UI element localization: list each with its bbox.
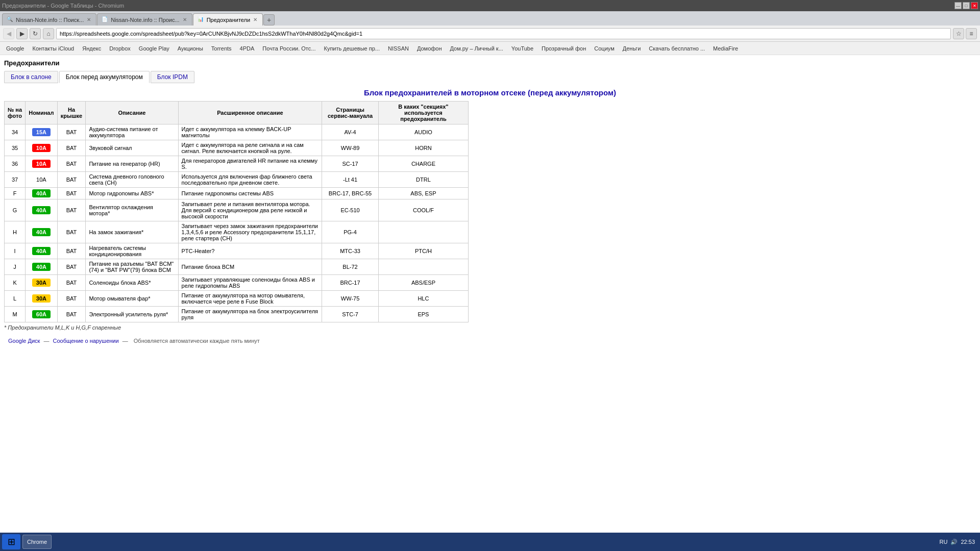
tab-1-close[interactable]: ✕ (86, 17, 92, 22)
new-tab-button[interactable]: + (263, 14, 275, 26)
back-button[interactable]: ◀ (3, 28, 14, 39)
tab-2[interactable]: 📄 Nissan-Note.info :: Проис... ✕ (97, 13, 192, 26)
taskbar-tray: RU 🔊 22:53 (937, 539, 978, 545)
cell-cover: BAT (57, 156, 86, 172)
tab-bar: 🔍 Nissan-Note.info :: Поиск... ✕ 📄 Nissa… (0, 11, 980, 26)
bookmark-socium[interactable]: Социум (591, 44, 617, 53)
header-sections: В каких "секциях" используется предохран… (378, 102, 468, 124)
bookmark-torrents[interactable]: Torrents (208, 44, 235, 53)
cell-sections (378, 259, 468, 275)
table-row: 3710АBATСистема дневного головного света… (5, 172, 469, 188)
maximize-button[interactable]: □ (963, 2, 970, 9)
tab-3-close[interactable]: ✕ (252, 17, 258, 22)
bookmark-mediafire[interactable]: MediaFire (710, 44, 741, 53)
cell-desc: Мотор омывателя фар* (86, 291, 178, 307)
tab-2-close[interactable]: ✕ (182, 17, 188, 22)
close-button[interactable]: ✕ (971, 2, 978, 9)
sheet-tab-salon[interactable]: Блок в салоне (4, 71, 58, 83)
sheet-tab-ipdm[interactable]: Блок IPDM (151, 71, 194, 83)
cell-cover: BAT (57, 140, 86, 156)
bookmark-icloud[interactable]: Контакты iCloud (29, 44, 77, 53)
cell-service: BL-72 (322, 259, 379, 275)
cell-num: I (5, 243, 26, 259)
sheet-tab-battery[interactable]: Блок перед аккумулятором (59, 71, 150, 83)
auto-update-text: Обновляется автоматически каждые пять ми… (134, 338, 260, 344)
bookmarks-bar: Google Контакты iCloud Яндекс Dropbox Go… (0, 42, 980, 55)
nav-bar: ◀ ▶ ↻ ⌂ ☆ ≡ (0, 26, 980, 42)
cell-desc: Мотор гидропомпы ABS* (86, 188, 178, 199)
cell-nominal: 40А (26, 221, 58, 243)
bookmark-auctions[interactable]: Аукционы (175, 44, 206, 53)
cell-num: 34 (5, 124, 26, 140)
bookmark-4pda[interactable]: 4PDA (237, 44, 258, 53)
table-row: H40АBATНа замок зажигания*Запитывает чер… (5, 221, 469, 243)
cell-cover: BAT (57, 221, 86, 243)
bookmark-yandex[interactable]: Яндекс (79, 44, 104, 53)
cell-service: WW-89 (322, 140, 379, 156)
cell-sections (378, 221, 468, 243)
footnote: * Предохранители M,L,K и H,G,F спаренные (4, 324, 976, 331)
bookmark-star-button[interactable]: ☆ (953, 28, 964, 39)
table-row: M60АBATЭлектронный усилитель руля*Питани… (5, 307, 469, 322)
bookmark-download[interactable]: Скачать бесплатно ... (646, 44, 708, 53)
cell-desc: На замок зажигания* (86, 221, 178, 243)
cell-service: AV-4 (322, 124, 379, 140)
start-button[interactable]: ⊞ (2, 534, 20, 549)
cell-cover: BAT (57, 275, 86, 291)
settings-button[interactable]: ≡ (966, 28, 977, 39)
cell-nominal: 40А (26, 259, 58, 275)
tray-lang: RU (940, 539, 948, 545)
nav-icons: ☆ ≡ (953, 28, 977, 39)
window-controls[interactable]: — □ ✕ (954, 2, 978, 9)
bookmark-cheap[interactable]: Купить дешевые пр... (321, 44, 382, 53)
address-bar[interactable] (56, 28, 951, 39)
cell-nominal: 10А (26, 172, 58, 188)
tab-3[interactable]: 📊 Предохранители ✕ (193, 13, 263, 26)
minimize-button[interactable]: — (954, 2, 962, 9)
cell-sections: HORN (378, 140, 468, 156)
cell-service: EC-510 (322, 199, 379, 221)
forward-button[interactable]: ▶ (16, 28, 28, 39)
bookmark-transparent[interactable]: Прозрачный фон (538, 44, 589, 53)
header-ext: Расширенное описание (178, 102, 322, 124)
bookmark-pochta[interactable]: Почта России. Отс... (259, 44, 318, 53)
google-disk-link[interactable]: Google Диск (8, 338, 40, 344)
footer: Google Диск — Сообщение о нарушении — Об… (4, 335, 976, 347)
bookmark-nissan[interactable]: NISSAN (385, 44, 412, 53)
tab-1[interactable]: 🔍 Nissan-Note.info :: Поиск... ✕ (2, 13, 96, 26)
cell-service: BRC-17 (322, 275, 379, 291)
cell-ext-desc: Идет с аккумулятора на реле сигнала и на… (178, 140, 322, 156)
bookmark-googleplay[interactable]: Google Play (136, 44, 173, 53)
reload-button[interactable]: ↻ (30, 28, 41, 39)
cell-num: K (5, 275, 26, 291)
bookmark-domru[interactable]: Дом.ру – Личный к... (447, 44, 506, 53)
taskbar: ⊞ Chrome RU 🔊 22:53 (0, 533, 980, 551)
tab-1-favicon: 🔍 (7, 16, 14, 23)
cell-cover: BAT (57, 307, 86, 322)
cell-num: F (5, 188, 26, 199)
table-row: I40АBATНагреватель системы кондициониров… (5, 243, 469, 259)
tab-3-label: Предохранители (207, 17, 251, 23)
cell-cover: BAT (57, 188, 86, 199)
cell-num: H (5, 221, 26, 243)
cell-num: 36 (5, 156, 26, 172)
cell-sections: ABS/ESP (378, 275, 468, 291)
cell-num: 37 (5, 172, 26, 188)
page-content: Предохранители Блок в салоне Блок перед … (0, 55, 980, 533)
fuse-table: № на фото Номинал На крышке Описание Рас… (4, 101, 469, 322)
cell-desc: Электронный усилитель руля* (86, 307, 178, 322)
cell-sections: PTC/H (378, 243, 468, 259)
bookmark-money[interactable]: Деньги (620, 44, 644, 53)
taskbar-chrome[interactable]: Chrome (22, 535, 52, 549)
violation-link[interactable]: Сообщение о нарушении (53, 338, 119, 344)
cell-num: 35 (5, 140, 26, 156)
table-row: G40АBATВентилятор охлаждения мотора*Запи… (5, 199, 469, 221)
header-num: № на фото (5, 102, 26, 124)
bookmark-youtube[interactable]: YouTube (508, 44, 536, 53)
cell-sections: COOL/F (378, 199, 468, 221)
home-button[interactable]: ⌂ (43, 28, 54, 39)
bookmark-domofon[interactable]: Домофон (414, 44, 445, 53)
cell-desc: Система дневного головного света (CH) (86, 172, 178, 188)
bookmark-google[interactable]: Google (3, 44, 27, 53)
bookmark-dropbox[interactable]: Dropbox (106, 44, 134, 53)
